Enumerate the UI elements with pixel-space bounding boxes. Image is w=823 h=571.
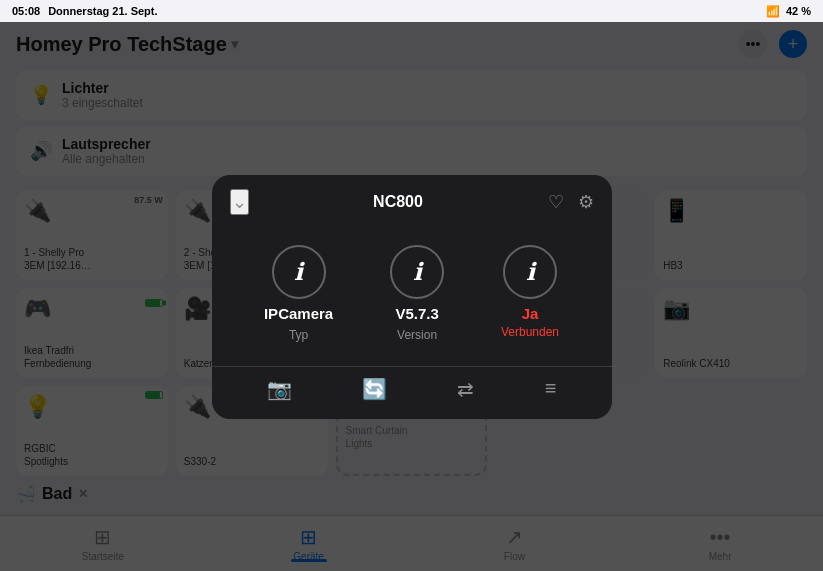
switch-icon: ⇄ (457, 377, 474, 401)
status-bar: 05:08 Donnerstag 21. Sept. 📶 42 % (0, 0, 823, 22)
modal-list-button[interactable]: ≡ (545, 377, 557, 401)
modal-info-section: ℹ IPCamera Typ ℹ V5.7.3 Version ℹ (212, 225, 612, 358)
wifi-icon: 📶 (766, 5, 780, 18)
info-version-label: Version (397, 328, 437, 342)
info-version-value: V5.7.3 (395, 305, 438, 322)
info-connected-circle: ℹ (503, 245, 557, 299)
refresh-icon: 🔄 (362, 377, 387, 401)
battery-text: 42 % (786, 5, 811, 17)
info-version-circle: ℹ (390, 245, 444, 299)
info-type-icon: ℹ (294, 258, 303, 286)
modal-header: ⌄ NC800 ♡ ⚙ (212, 175, 612, 225)
modal-refresh-button[interactable]: 🔄 (362, 377, 387, 401)
info-connected: ℹ JaVerbunden (501, 245, 559, 339)
modal-footer: 📷 🔄 ⇄ ≡ (212, 366, 612, 419)
info-type-circle: ℹ (272, 245, 326, 299)
info-type-value: IPCamera (264, 305, 333, 322)
modal-title: NC800 (373, 193, 423, 211)
video-icon: 📷 (267, 377, 292, 401)
info-version: ℹ V5.7.3 Version (390, 245, 444, 342)
info-connected-icon: ℹ (526, 258, 535, 286)
nc800-modal: ⌄ NC800 ♡ ⚙ ℹ IPCamera Typ (212, 175, 612, 419)
modal-overlay: ⌄ NC800 ♡ ⚙ ℹ IPCamera Typ (0, 22, 823, 571)
status-time: 05:08 (12, 5, 40, 17)
modal-close-chevron[interactable]: ⌄ (230, 189, 249, 215)
modal-switch-button[interactable]: ⇄ (457, 377, 474, 401)
modal-settings-button[interactable]: ⚙ (578, 191, 594, 213)
app-background: Homey Pro TechStage ▾ ••• + 💡 Lichter 3 … (0, 22, 823, 571)
info-version-icon: ℹ (413, 258, 422, 286)
modal-actions: ♡ ⚙ (548, 191, 594, 213)
info-type: ℹ IPCamera Typ (264, 245, 333, 342)
info-type-label: Typ (289, 328, 308, 342)
modal-favorite-button[interactable]: ♡ (548, 191, 564, 213)
status-date: Donnerstag 21. Sept. (48, 5, 157, 17)
info-connected-value: JaVerbunden (501, 305, 559, 339)
modal-video-button[interactable]: 📷 (267, 377, 292, 401)
list-icon: ≡ (545, 377, 557, 400)
